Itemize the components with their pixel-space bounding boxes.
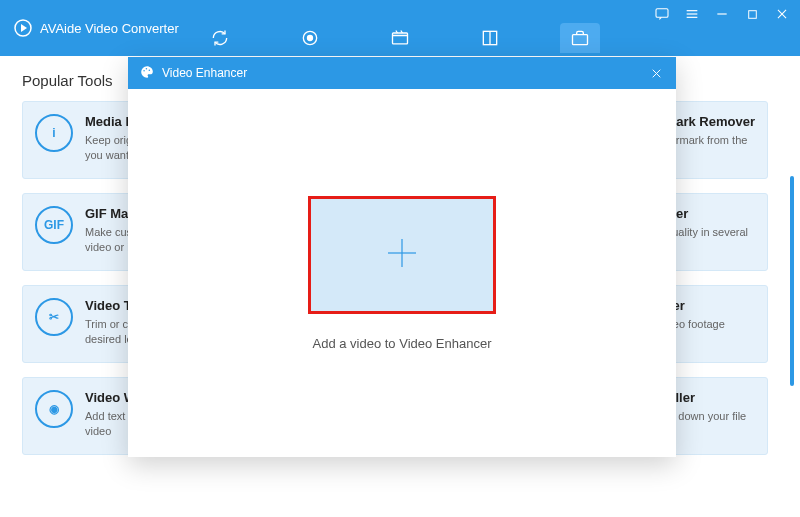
modal-header: Video Enhancer xyxy=(128,57,676,89)
svg-point-18 xyxy=(149,69,151,71)
svg-rect-4 xyxy=(393,33,408,44)
tab-mv[interactable] xyxy=(380,23,420,53)
video-enhancer-modal: Video Enhancer Add a video to Video Enha… xyxy=(128,57,676,457)
minimize-icon[interactable] xyxy=(714,6,730,22)
app-header: AVAide Video Converter xyxy=(0,0,800,56)
tool-card-icon: ✂ xyxy=(35,298,73,336)
window-controls xyxy=(654,6,790,22)
tab-toolbox[interactable] xyxy=(560,23,600,53)
add-video-dropzone[interactable] xyxy=(308,196,496,314)
svg-point-17 xyxy=(146,68,148,70)
top-tab-bar xyxy=(0,20,800,56)
maximize-icon[interactable] xyxy=(744,6,760,22)
palette-icon xyxy=(140,65,154,82)
tab-collage[interactable] xyxy=(470,23,510,53)
dropzone-label: Add a video to Video Enhancer xyxy=(312,336,491,351)
plus-icon xyxy=(382,233,422,277)
modal-close-button[interactable] xyxy=(648,65,664,81)
modal-title: Video Enhancer xyxy=(162,66,247,80)
svg-rect-8 xyxy=(656,9,668,18)
svg-point-16 xyxy=(143,70,145,72)
tool-card-icon: i xyxy=(35,114,73,152)
svg-rect-13 xyxy=(748,10,756,18)
menu-icon[interactable] xyxy=(684,6,700,22)
scrollbar-thumb[interactable] xyxy=(790,176,794,386)
feedback-icon[interactable] xyxy=(654,6,670,22)
modal-body: Add a video to Video Enhancer xyxy=(128,89,676,457)
tab-record[interactable] xyxy=(290,23,330,53)
close-icon[interactable] xyxy=(774,6,790,22)
tool-card-icon: ◉ xyxy=(35,390,73,428)
tool-card-icon: GIF xyxy=(35,206,73,244)
tab-convert[interactable] xyxy=(200,23,240,53)
svg-point-3 xyxy=(308,36,313,41)
svg-rect-7 xyxy=(573,35,588,45)
